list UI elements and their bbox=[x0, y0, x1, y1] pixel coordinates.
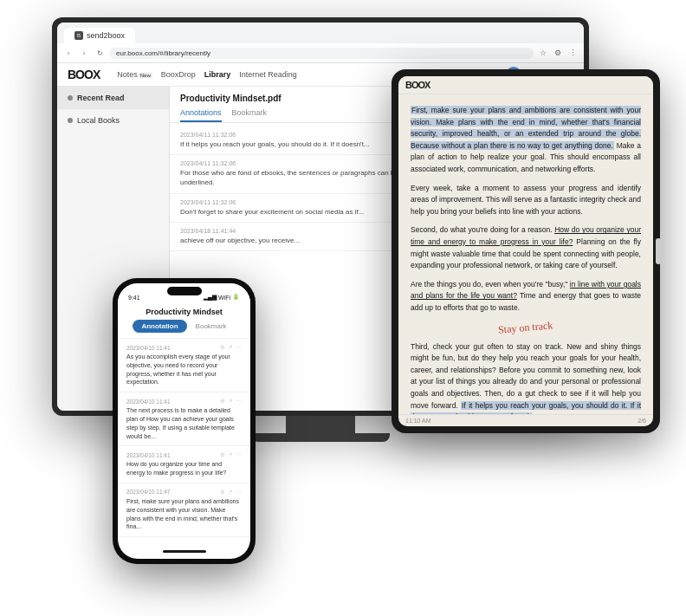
delete-icon-2[interactable]: ⋯ bbox=[236, 398, 242, 405]
phone-annotation-2: 2023/04/10 11:41 ⊕ ↗ ⋯ The next process … bbox=[118, 392, 250, 446]
tab-bookmark[interactable]: Bookmark bbox=[232, 108, 268, 122]
phone-screen: 9:41 ▂▄▆ WiFi 🔋 Productivity Mindset Ann… bbox=[118, 283, 250, 559]
phone-ann-date-4: 2023/04/10 11:47 bbox=[126, 489, 171, 495]
tablet-logo-bar: BOOX bbox=[398, 76, 653, 94]
phone-ann-icons-4: ⊕ ↗ ⋯ bbox=[220, 489, 242, 496]
phone-ann-text-2: The next process is to make a detailed p… bbox=[126, 406, 242, 440]
nav-item-internet-reading[interactable]: Internet Reading bbox=[239, 70, 297, 79]
phone-ann-header-3: 2023/04/10 11:41 ⊕ ↗ ⋯ bbox=[126, 451, 242, 458]
reload-button[interactable]: ↻ bbox=[94, 47, 106, 59]
phone-annotation-1: 2023/04/10 11:41 ⊕ ↗ ⋯ As you accomplish… bbox=[118, 339, 250, 392]
notes-badge: New bbox=[139, 73, 152, 78]
share-icon-4[interactable]: ↗ bbox=[228, 489, 233, 496]
share-icon-1[interactable]: ↗ bbox=[228, 344, 233, 351]
tablet-page-button[interactable] bbox=[656, 238, 661, 264]
tablet-logo: BOOX bbox=[405, 80, 430, 90]
share-icon-2[interactable]: ↗ bbox=[228, 398, 233, 405]
tablet-screen: BOOX First, make sure your plans and amb… bbox=[398, 76, 653, 426]
phone-ann-header-1: 2023/04/10 11:41 ⊕ ↗ ⋯ bbox=[126, 344, 242, 351]
highlighted-text-2: If it helps you reach your goals, you sh… bbox=[411, 401, 641, 414]
copy-icon-3[interactable]: ⊕ bbox=[220, 451, 225, 458]
tablet-para-4: Are the things you do, even when you're … bbox=[411, 279, 641, 314]
browser-tab-send2boox[interactable]: B send2boox bbox=[64, 28, 135, 43]
phone-time: 9:41 bbox=[128, 295, 140, 301]
browser-toolbar: ‹ › ↻ eur.boox.com/#/library/recently ☆ … bbox=[57, 43, 584, 63]
phone-ann-text-3: How do you organize your time and energy… bbox=[126, 460, 242, 477]
nav-item-notes[interactable]: NotesNew bbox=[117, 70, 152, 79]
extension-icon[interactable]: ⚙ bbox=[552, 47, 564, 59]
address-text: eur.boox.com/#/library/recently bbox=[116, 49, 210, 57]
monitor-stand bbox=[286, 416, 355, 433]
scene: B send2boox ‹ › ↻ eur.boox.com/#/library… bbox=[0, 0, 686, 616]
phone-tab-annotation[interactable]: Annotation bbox=[133, 320, 186, 333]
tab-label: send2boox bbox=[87, 31, 125, 40]
back-button[interactable]: ‹ bbox=[62, 47, 74, 59]
phone-ann-date-3: 2023/04/10 11:41 bbox=[126, 452, 171, 458]
sidebar-label-recent: Recent Read bbox=[77, 94, 125, 102]
phone-ann-date-1: 2023/04/10 11:41 bbox=[126, 345, 171, 351]
handwritten-note: Stay on track bbox=[498, 317, 554, 339]
boox-logo: BOOX bbox=[68, 68, 100, 81]
phone-annotations-list: 2023/04/10 11:41 ⊕ ↗ ⋯ As you accomplish… bbox=[118, 339, 250, 543]
sidebar-dot bbox=[68, 95, 73, 101]
phone-home-bar bbox=[118, 543, 250, 559]
phone-ann-icons-3: ⊕ ↗ ⋯ bbox=[220, 451, 242, 458]
tablet-para-5: Third, check your gut often to stay on t… bbox=[411, 341, 641, 414]
phone-header: Productivity Mindset Annotation Bookmark bbox=[118, 304, 250, 339]
copy-icon-4[interactable]: ⊕ bbox=[220, 489, 225, 496]
tablet-bezel: BOOX First, make sure your plans and amb… bbox=[392, 69, 660, 433]
signal-icon: ▂▄▆ bbox=[204, 294, 217, 301]
phone-tabs: Annotation Bookmark bbox=[126, 320, 242, 333]
tablet-time: 11:10 AM bbox=[405, 418, 431, 424]
phone-annotation-3: 2023/04/10 11:41 ⊕ ↗ ⋯ How do you organi… bbox=[118, 446, 250, 483]
underlined-text-2: in line with your goals and plans for th… bbox=[411, 280, 641, 301]
tablet-footer: 11:10 AM 2/6 bbox=[398, 414, 653, 426]
phone-notch bbox=[167, 287, 202, 295]
menu-icon[interactable]: ⋮ bbox=[566, 47, 579, 59]
phone-bezel: 9:41 ▂▄▆ WiFi 🔋 Productivity Mindset Ann… bbox=[113, 278, 256, 564]
tablet-para-3: Second, do what you're doing for a reaso… bbox=[411, 224, 641, 271]
tab-favicon: B bbox=[74, 31, 83, 40]
browser-chrome: B send2boox bbox=[57, 23, 584, 43]
tablet-para-2: Every week, take a moment to assess your… bbox=[411, 183, 641, 218]
logo-text: BOOX bbox=[68, 68, 100, 81]
tablet-page-info: 2/6 bbox=[637, 418, 646, 424]
phone-status-icons: ▂▄▆ WiFi 🔋 bbox=[204, 294, 240, 301]
copy-icon-2[interactable]: ⊕ bbox=[220, 398, 225, 405]
browser-tabs: B send2boox bbox=[64, 28, 577, 43]
address-bar[interactable]: eur.boox.com/#/library/recently bbox=[109, 48, 534, 59]
tablet: BOOX First, make sure your plans and amb… bbox=[392, 69, 660, 433]
phone-book-title: Productivity Mindset bbox=[126, 308, 242, 316]
share-icon-3[interactable]: ↗ bbox=[228, 451, 233, 458]
phone-annotation-4: 2023/04/10 11:47 ⊕ ↗ ⋯ First, make sure … bbox=[118, 483, 250, 537]
delete-icon-4[interactable]: ⋯ bbox=[236, 489, 242, 496]
tablet-content[interactable]: First, make sure your plans and ambition… bbox=[398, 94, 653, 414]
browser-actions: ☆ ⚙ ⋮ bbox=[537, 47, 579, 59]
nav-item-booxdrop[interactable]: BooxDrop bbox=[161, 70, 196, 79]
wifi-icon: WiFi bbox=[218, 295, 230, 301]
phone-ann-icons-2: ⊕ ↗ ⋯ bbox=[220, 398, 242, 405]
monitor-base bbox=[251, 433, 390, 442]
phone-tab-bookmark[interactable]: Bookmark bbox=[187, 320, 236, 333]
phone-ann-text-1: As you accomplish every stage of your ob… bbox=[126, 353, 242, 386]
nav-item-library[interactable]: Library bbox=[204, 70, 231, 79]
tablet-para-1: First, make sure your plans and ambition… bbox=[411, 105, 641, 176]
tab-annotations[interactable]: Annotations bbox=[180, 108, 222, 122]
delete-icon-1[interactable]: ⋯ bbox=[236, 344, 242, 351]
battery-icon: 🔋 bbox=[232, 294, 240, 301]
phone-ann-text-4: First, make sure your plans and ambition… bbox=[126, 497, 242, 531]
phone-home-indicator bbox=[163, 550, 206, 553]
copy-icon-1[interactable]: ⊕ bbox=[220, 344, 225, 351]
delete-icon-3[interactable]: ⋯ bbox=[236, 451, 242, 458]
phone-ann-header-2: 2023/04/10 11:41 ⊕ ↗ ⋯ bbox=[126, 398, 242, 405]
phone-ann-icons-1: ⊕ ↗ ⋯ bbox=[220, 344, 242, 351]
sidebar-label-local: Local Books bbox=[77, 116, 120, 125]
sidebar-item-recent-read[interactable]: Recent Read bbox=[57, 87, 169, 109]
forward-button[interactable]: › bbox=[78, 47, 90, 59]
handwritten-note-container: Stay on track bbox=[411, 318, 641, 338]
underlined-text-1: How do you organize your time and energy… bbox=[411, 225, 641, 246]
sidebar-item-local-books[interactable]: Local Books bbox=[57, 109, 169, 132]
bookmark-icon[interactable]: ☆ bbox=[537, 47, 549, 59]
phone-ann-date-2: 2023/04/10 11:41 bbox=[126, 399, 171, 405]
phone-ann-header-4: 2023/04/10 11:47 ⊕ ↗ ⋯ bbox=[126, 489, 242, 496]
